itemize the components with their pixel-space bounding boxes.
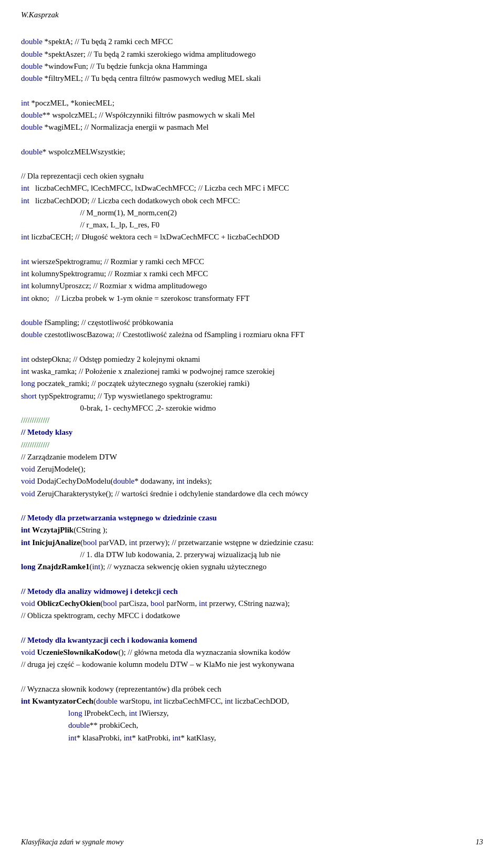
kw-int-8: int (21, 294, 29, 302)
footer-title: Klasyfikacja zdań w sygnale mowy (21, 838, 123, 846)
kw-int-bold-1: int (21, 526, 30, 534)
code-text-19: waska_ramka; // Położenie x znalezionej … (29, 367, 275, 375)
method-name-4: ObliczCechyOkien (35, 599, 101, 608)
code-text-42: lProbekCech, (82, 709, 129, 717)
kw-int-9: int (21, 355, 29, 363)
kw-bool-3: bool (151, 599, 165, 608)
kw-int-p4: int (199, 599, 207, 608)
kw-double-5: double (21, 111, 43, 119)
kw-bool-2: bool (103, 599, 117, 608)
kw-void-3: void (21, 489, 35, 498)
kw-int-p7: int (129, 709, 137, 717)
code-text-24: * dodawany, (134, 477, 176, 485)
code-text-46: * katProbki, (132, 734, 172, 742)
kw-double-p2: double (96, 697, 118, 705)
kw-short-1: short (21, 392, 37, 400)
kw-int-p1: int (176, 477, 185, 485)
kw-void-2: void (21, 477, 35, 485)
code-text-18: odstepOkna; // Odstęp pomiedzy 2 kolejny… (29, 355, 200, 363)
kw-int-5: int (21, 257, 29, 266)
kw-int-p9: int (123, 734, 132, 742)
kw-int-p2: int (129, 538, 138, 547)
kw-void-1: void (21, 465, 35, 473)
page-footer: Klasyfikacja zdań w sygnale mowy 13 (0, 838, 504, 846)
comment-2: ///////////// (21, 441, 49, 449)
method-name-5: UczenieSlownikaKodow (35, 648, 119, 656)
kw-double-7: double (21, 148, 43, 156)
kw-double-4: double (21, 74, 43, 82)
kw-double-8: double (21, 318, 43, 327)
page-header: W.Kasprzak (21, 11, 483, 19)
method-name-2: InicjujAnalize (30, 538, 80, 547)
kw-void-5: void (21, 648, 35, 656)
method-name-6: KwantyzatorCech (30, 697, 93, 705)
author-name: W.Kasprzak (21, 11, 59, 19)
kw-int-p3: int (92, 562, 100, 571)
kw-double-1: double (21, 37, 43, 46)
section-header-3: // Metody dla kwantyzacji cech i kodowan… (21, 636, 197, 644)
code-block: double *spektA; // Tu będą 2 ramki cech … (21, 24, 483, 744)
code-text-25: indeks); (185, 477, 212, 485)
kw-double-p1: double (113, 477, 134, 485)
code-text-47: * katKlasy, (181, 734, 216, 742)
kw-long-1: long (21, 379, 35, 388)
code-text-12: wierszeSpektrogramu; // Rozmiar y ramki … (29, 257, 204, 266)
code-text-11: liczbaCECH; // Długość wektora cech = lx… (29, 233, 279, 241)
methods-header: // Metody klasy (21, 428, 72, 436)
code-text-45: * klasaProbki, (77, 734, 124, 742)
code-text-15: okno; // Liczba probek w 1-ym oknie = sz… (29, 294, 250, 302)
code-text-4: *filtryMEL; // Tu będą centra filtrów pa… (43, 74, 261, 82)
kw-int-7: int (21, 281, 29, 290)
code-text-26: ZerujCharakterystyke(); // wartości śred… (21, 489, 308, 522)
code-text-16: fSampling; // częstotliwość próbkowania (43, 318, 173, 327)
footer-page: 13 (476, 838, 483, 846)
kw-void-4: void (21, 599, 35, 608)
code-text-17: czestotliwoscBazowa; // Czestotliwość za… (43, 330, 304, 339)
method-name-3: ZnajdzRamke1 (36, 562, 90, 571)
code-text-21: typSpektrogramu; // Typ wyswietlanego sp… (21, 392, 216, 461)
kw-long-p1: long (68, 709, 82, 717)
code-text-7: *wagiMEL; // Normalizacja energii w pasm… (43, 123, 209, 131)
code-text-40: liczbaCechMFCC, (162, 697, 225, 705)
kw-double-9: double (21, 330, 43, 339)
code-text-27: (CString ); (74, 526, 108, 534)
code-text-20: poczatek_ramki; // początek użytecznego … (35, 379, 250, 388)
code-text-5: *poczMEL, *koniecMEL; (29, 99, 114, 107)
kw-int-p8: int (68, 734, 77, 742)
kw-int-1: int (21, 99, 29, 107)
kw-double-2: double (21, 50, 43, 58)
kw-double-3: double (21, 62, 43, 70)
code-text-34: parCisza, (117, 599, 151, 608)
code-text-22: ZerujModele(); (35, 465, 86, 473)
kw-int-p10: int (172, 734, 181, 742)
code-text-2: *spektAszer; // Tu będą 2 ramki szerokie… (43, 50, 256, 58)
section-header-1: // Metody dla przetwarzania wstępnego w … (21, 514, 217, 522)
code-text-3: *windowFun; // Tu będzie funkcja okna Ha… (43, 62, 207, 70)
kw-long-bold: long (21, 562, 36, 571)
method-name-1: WczytajPlik (30, 526, 74, 534)
code-text-1: *spektA; // Tu będą 2 ramki cech MFCC (43, 37, 173, 46)
kw-int-p5: int (153, 697, 162, 705)
code-text-29: parVAD, (97, 538, 129, 547)
kw-int-p6: int (225, 697, 233, 705)
kw-int-bold-3: int (21, 697, 30, 705)
comment-1: ///////////// (21, 416, 49, 424)
code-text-10: liczbaCechDOD; // Liczba cech dodatkowyc… (21, 196, 240, 229)
code-text-23: DodajCechyDoModelu( (35, 477, 113, 485)
section-header-2: // Metody dla analizy widmowej i detekcj… (21, 587, 178, 595)
code-text-14: kolumnyUproszcz; // Rozmiar x widma ampl… (29, 281, 207, 290)
code-text-9: liczbaCechMFC, lCechMFCC, lxDwaCechMFCC;… (29, 184, 289, 192)
code-text-13: kolumnySpektrogramu; // Rozmiar x ramki … (29, 269, 208, 278)
code-text-35: parNorm, (164, 599, 198, 608)
kw-double-p3: double (68, 721, 90, 729)
kw-int-10: int (21, 367, 29, 375)
kw-int-bold-2: int (21, 538, 30, 547)
kw-int-3: int (21, 196, 29, 205)
kw-double-6: double (21, 123, 43, 131)
code-text-6: ** wspolczMEL; // Współczynniki filtrów … (43, 111, 255, 119)
kw-int-6: int (21, 269, 29, 278)
code-text-39: warStopu, (118, 697, 154, 705)
kw-int-4: int (21, 233, 29, 241)
kw-bool-1: bool (83, 538, 97, 547)
kw-int-2: int (21, 184, 29, 192)
